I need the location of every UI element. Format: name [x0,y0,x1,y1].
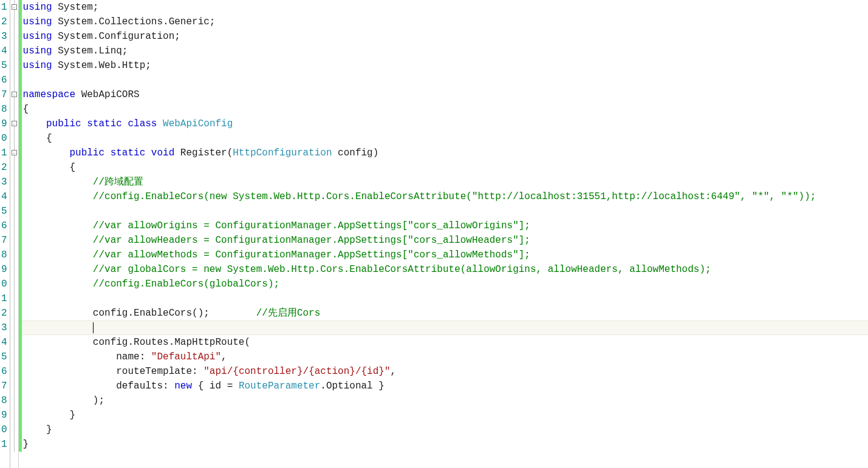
token-kw: public static class [46,118,157,129]
line-number: 7 [0,379,9,393]
code-line[interactable]: using System.Linq; [22,44,868,58]
text-caret [93,322,94,333]
line-number: 7 [0,87,9,102]
line-number: 8 [0,393,9,408]
code-line[interactable]: config.Routes.MapHttpRoute( [22,335,868,350]
code-line[interactable]: ); [22,393,868,408]
code-line[interactable]: using System; [22,0,868,15]
token-pln: { id = [192,381,239,392]
token-pln [23,279,93,290]
line-number: 5 [0,58,9,73]
token-type: WebApiConfig [163,118,233,129]
token-pln [23,148,70,158]
fold-toggle-icon[interactable]: - [12,92,17,97]
token-pln: System.Configuration; [52,31,180,42]
code-line[interactable]: //跨域配置 [22,175,868,189]
token-kw: using [23,46,52,56]
token-pln: { [23,162,75,173]
token-pln: { [23,104,29,115]
code-line[interactable]: defaults: new { id = RouteParameter.Opti… [22,379,868,393]
line-number: 1 [0,0,9,15]
token-pln: System.Web.Http; [52,60,151,71]
line-number: 9 [0,262,9,277]
code-line[interactable] [22,204,868,219]
code-line[interactable]: } [22,422,868,437]
line-number: 4 [0,44,9,58]
token-kw: using [23,16,52,27]
code-line[interactable]: using System.Collections.Generic; [22,15,868,29]
token-pln [23,191,93,202]
line-number: 4 [0,335,9,350]
token-com: //var allowOrigins = ConfigurationManage… [93,220,530,231]
token-pln: } [23,410,75,421]
line-number: 2 [0,15,9,29]
code-line[interactable] [22,320,868,335]
line-number: 2 [0,160,9,175]
code-line[interactable]: { [22,102,868,117]
code-line[interactable]: config.EnableCors(); //先启用Cors [22,306,868,320]
code-line[interactable]: public static void Register(HttpConfigur… [22,146,868,160]
token-pln [157,118,163,129]
code-line[interactable]: public static class WebApiConfig [22,117,868,131]
code-line[interactable]: } [22,408,868,422]
token-com: //var allowMethods = ConfigurationManage… [93,249,530,260]
token-com: //先启用Cors [256,308,321,319]
code-line[interactable]: using System.Configuration; [22,29,868,44]
token-pln: System.Collections.Generic; [52,16,216,27]
token-kw: new [174,381,192,392]
line-number: 7 [0,233,9,248]
code-line[interactable]: //var globalCors = new System.Web.Http.C… [22,262,868,277]
line-number: 9 [0,117,9,131]
token-kw: namespace [23,89,75,100]
code-line[interactable]: { [22,131,868,146]
line-number: 1 [0,437,9,452]
line-number-gutter[interactable]: 1234567890123456789012345678901 [0,0,10,468]
fold-column[interactable]: ---- [10,0,19,468]
line-number: 6 [0,219,9,233]
line-number: 3 [0,320,9,335]
fold-toggle-icon[interactable]: - [12,4,17,10]
token-type: HttpConfiguration [233,148,332,158]
token-pln: routeTemplate: [23,366,204,377]
token-pln [23,220,93,231]
token-pln [23,323,93,334]
token-pln: WebApiCORS [75,89,140,100]
code-line[interactable]: using System.Web.Http; [22,58,868,73]
line-number: 6 [0,364,9,379]
token-pln [23,118,46,129]
code-line[interactable] [22,73,868,87]
line-number: 1 [0,146,9,160]
token-pln: name: [23,351,151,362]
line-number: 3 [0,29,9,44]
line-number: 4 [0,189,9,204]
token-pln: ); [23,395,104,406]
code-line[interactable]: //var allowMethods = ConfigurationManage… [22,248,868,262]
code-line[interactable]: //var allowHeaders = ConfigurationManage… [22,233,868,248]
code-line[interactable]: { [22,160,868,175]
code-line[interactable]: //config.EnableCors(globalCors); [22,277,868,291]
code-line[interactable]: namespace WebApiCORS [22,87,868,102]
code-line[interactable]: //config.EnableCors(new System.Web.Http.… [22,189,868,204]
token-pln [23,264,93,275]
token-com: //跨域配置 [93,177,143,188]
line-number: 9 [0,408,9,422]
token-pln: config.Routes.MapHttpRoute( [23,337,250,348]
code-line[interactable]: } [22,437,868,452]
token-kw: using [23,2,52,13]
fold-toggle-icon[interactable]: - [12,150,17,155]
line-number: 8 [0,248,9,262]
token-pln [23,235,93,246]
token-type: RouteParameter [239,381,320,392]
code-line[interactable]: name: "DefaultApi", [22,350,868,364]
fold-toggle-icon[interactable]: - [12,121,17,126]
code-line[interactable]: //var allowOrigins = ConfigurationManage… [22,219,868,233]
line-number: 0 [0,131,9,146]
token-pln [23,249,93,260]
line-number: 3 [0,175,9,189]
token-kw: public static void [69,148,174,158]
code-line[interactable]: routeTemplate: "api/{controller}/{action… [22,364,868,379]
token-pln: , [391,366,397,377]
code-line[interactable] [22,291,868,306]
code-editor[interactable]: 1234567890123456789012345678901 ---- usi… [0,0,868,468]
code-area[interactable]: using System;using System.Collections.Ge… [22,0,868,468]
